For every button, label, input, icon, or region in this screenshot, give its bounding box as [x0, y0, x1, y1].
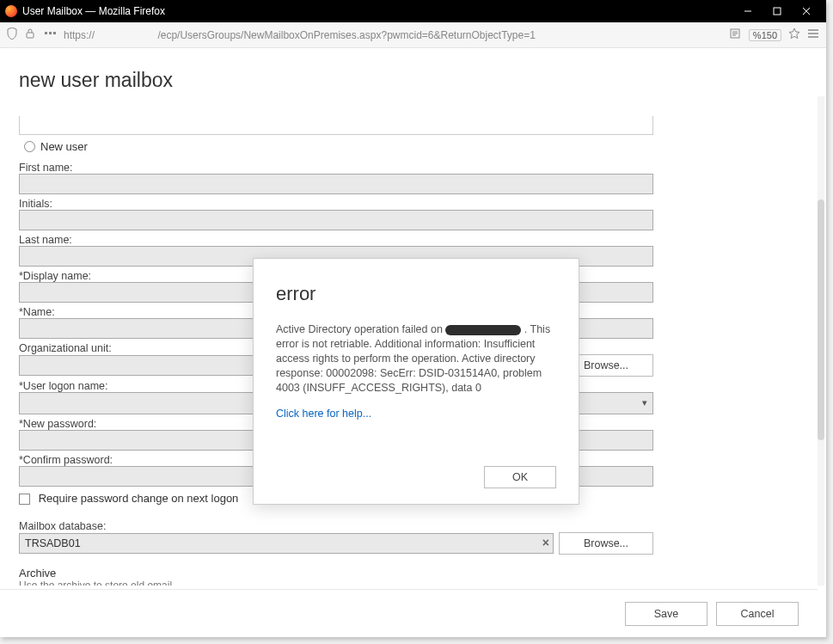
scrollbar-thumb[interactable]	[818, 199, 824, 440]
svg-rect-4	[27, 33, 34, 38]
initials-label: Initials:	[19, 198, 653, 210]
require-change-label: Require password change on next logon	[39, 492, 239, 505]
menu-icon[interactable]	[807, 28, 819, 41]
url-protocol: https://	[64, 29, 95, 41]
initials-input[interactable]	[19, 210, 653, 230]
save-button[interactable]: Save	[625, 602, 707, 626]
help-link[interactable]: Click here for help...	[276, 408, 371, 420]
last-name-label: Last name:	[19, 234, 653, 246]
address-bar: https:// /ecp/UsersGroups/NewMailboxOnPr…	[0, 22, 826, 48]
ok-button[interactable]: OK	[484, 466, 556, 488]
url-path: /ecp/UsersGroups/NewMailboxOnPremises.as…	[157, 29, 536, 41]
clear-icon[interactable]: ×	[542, 536, 549, 549]
dialog-title: error	[276, 283, 556, 305]
zoom-indicator[interactable]: %150	[749, 29, 781, 41]
archive-hint: Use the archive to store old email.	[19, 580, 653, 586]
title-bar: User Mailbox — Mozilla Firefox	[0, 0, 826, 22]
new-user-label: New user	[40, 140, 88, 153]
truncated-box	[19, 116, 653, 135]
redacted-server	[445, 325, 521, 335]
svg-rect-5	[45, 32, 47, 34]
maximize-button[interactable]	[763, 0, 792, 22]
url[interactable]: https:// /ecp/UsersGroups/NewMailboxOnPr…	[64, 29, 723, 41]
mbdb-input[interactable]: TRSADB01 ×	[19, 533, 554, 554]
new-user-radio[interactable]	[24, 141, 35, 152]
archive-heading: Archive	[19, 567, 653, 580]
footer: Save Cancel	[0, 589, 818, 637]
reader-icon[interactable]	[730, 28, 742, 41]
bookmark-icon[interactable]	[788, 28, 800, 42]
close-button[interactable]	[792, 0, 821, 22]
dialog-body: Active Directory operation failed on . T…	[276, 322, 556, 395]
svg-rect-7	[53, 32, 56, 34]
first-name-input[interactable]	[19, 174, 653, 194]
window-title: User Mailbox — Mozilla Firefox	[22, 5, 165, 17]
first-name-label: First name:	[19, 162, 653, 174]
minimize-button[interactable]	[733, 0, 763, 22]
permissions-icon	[45, 28, 57, 41]
page-title: new user mailbox	[19, 69, 799, 92]
firefox-icon	[5, 5, 17, 17]
lock-icon	[26, 28, 38, 41]
mbdb-value: TRSADB01	[25, 537, 81, 549]
dialog-body-pre: Active Directory operation failed on	[276, 323, 445, 335]
scrollbar[interactable]	[818, 96, 824, 586]
require-change-checkbox[interactable]	[19, 494, 30, 505]
chevron-down-icon: ▾	[642, 397, 647, 408]
mbdb-label: Mailbox database:	[19, 520, 653, 532]
cancel-button[interactable]: Cancel	[716, 602, 799, 626]
error-dialog: error Active Directory operation failed …	[253, 258, 579, 505]
svg-rect-6	[49, 32, 52, 34]
svg-rect-1	[774, 8, 781, 15]
shield-icon	[7, 28, 19, 42]
mbdb-browse-button[interactable]: Browse...	[559, 532, 653, 555]
